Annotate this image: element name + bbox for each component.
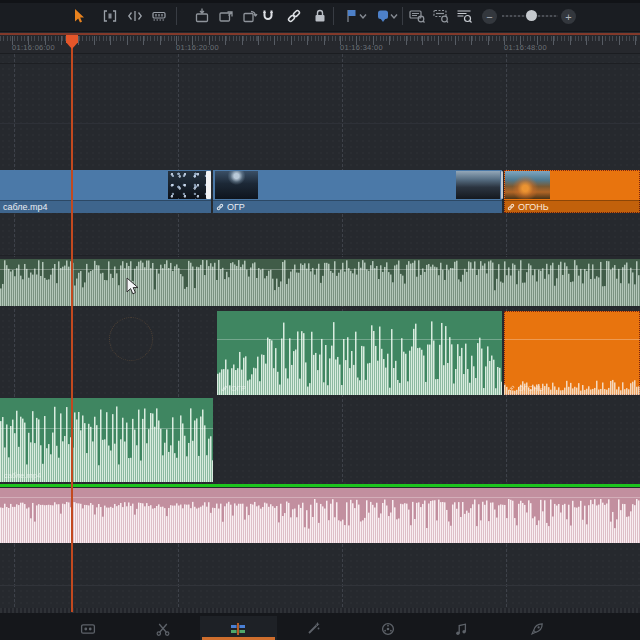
media-page-icon [80, 621, 96, 637]
zoom-detail-icon [432, 7, 450, 25]
page-color-button[interactable] [374, 619, 402, 638]
insert-clip-button[interactable] [190, 4, 214, 28]
page-edit-button[interactable] [224, 619, 252, 638]
flag-dropdown[interactable] [357, 4, 369, 28]
page-deliver-button[interactable] [523, 619, 551, 638]
timeline-view-full-button[interactable] [405, 4, 429, 28]
lock-icon [311, 7, 329, 25]
cut-page-icon [155, 621, 171, 637]
audio-clip-label: ОГР [221, 384, 246, 393]
zoom-in-glyph: + [565, 10, 571, 24]
trim-edit-mode-button[interactable] [98, 4, 122, 28]
clip-name-bar: ОГР [213, 200, 502, 213]
overwrite-clip-icon [217, 7, 235, 25]
chevron-down-icon [389, 11, 399, 21]
page-fairlight-button[interactable] [448, 619, 476, 638]
link-chain-icon [507, 203, 515, 211]
insert-clip-icon [193, 7, 211, 25]
volume-line[interactable] [504, 339, 640, 340]
link-clips-button[interactable] [282, 4, 306, 28]
overwrite-clip-button[interactable] [214, 4, 238, 28]
volume-line[interactable] [0, 497, 640, 498]
clip-name: сабле.mp4 [4, 471, 41, 480]
track-boundary [0, 123, 640, 124]
clip-name: ОГОНЬ [518, 384, 544, 393]
snapping-button[interactable] [256, 4, 280, 28]
page-navigation-bar [0, 616, 640, 640]
audio-clip-a2-ogr[interactable]: ОГР [217, 311, 502, 395]
clip-name: ОГОНЬ [518, 202, 549, 212]
clip-name-bar: сабле.mp4 [0, 200, 211, 213]
clip-thumbnail [215, 171, 258, 199]
timecode-label: 01:16:06:00 [12, 43, 55, 52]
razor-icon [150, 7, 168, 25]
audio-clip-a4-music[interactable] [0, 488, 640, 543]
audio-clip-a2-ogon[interactable]: ОГОНЬ [504, 311, 640, 395]
trim-edit-icon [101, 7, 119, 25]
timecode-label: 01:16:48:00 [504, 43, 547, 52]
fairlight-page-icon [454, 621, 470, 637]
edit-point-handle[interactable] [206, 171, 211, 199]
timeline-view-custom-button[interactable] [452, 4, 476, 28]
track-boundary [0, 255, 640, 256]
link-chain-icon [508, 385, 515, 392]
zoom-custom-icon [455, 7, 473, 25]
color-page-icon [380, 621, 396, 637]
clip-thumbnail [168, 171, 207, 199]
volume-line[interactable] [0, 428, 213, 429]
fusion-page-icon [305, 621, 321, 637]
waveform [0, 259, 640, 306]
dynamic-trim-icon [126, 7, 144, 25]
zoom-out-glyph: − [486, 10, 492, 24]
playhead-line[interactable] [71, 44, 73, 612]
zoom-out-button[interactable]: − [482, 9, 497, 24]
deliver-page-icon [529, 621, 545, 637]
cursor-halo [109, 317, 153, 361]
timeline-view-detail-button[interactable] [429, 4, 453, 28]
audio-level-line[interactable] [0, 484, 640, 487]
clip-thumbnail [456, 171, 500, 199]
position-lock-button[interactable] [308, 4, 332, 28]
waveform [0, 398, 213, 482]
video-clip-sable[interactable]: сабле.mp4 [0, 170, 211, 213]
track-boundary [0, 63, 640, 64]
clip-name: ОГР [227, 202, 245, 212]
audio-clip-label: ОГОНЬ [508, 384, 544, 393]
video-clip-ogr[interactable]: ОГР [213, 170, 502, 213]
link-chain-icon [285, 7, 303, 25]
zoom-full-extent-icon [408, 7, 426, 25]
zoom-slider-handle[interactable] [526, 10, 537, 21]
video-clip-ogon[interactable]: ОГОНЬ [504, 170, 640, 213]
timeline-area[interactable]: сабле.mp4 ОГР ОГОНЬ [0, 54, 640, 616]
page-cut-button[interactable] [149, 619, 177, 638]
volume-line[interactable] [217, 339, 502, 340]
render-cache-indicator [0, 33, 640, 35]
audio-clip-label: сабле.mp4 [4, 471, 41, 480]
toolbar-top-strip [0, 0, 640, 3]
waveform [504, 311, 640, 395]
link-chain-icon [216, 203, 224, 211]
waveform [0, 488, 640, 543]
dynamic-trim-mode-button[interactable] [123, 4, 147, 28]
razor-edit-mode-button[interactable] [147, 4, 171, 28]
waveform [217, 311, 502, 395]
timecode-label: 01:16:20:00 [176, 43, 219, 52]
page-fusion-button[interactable] [299, 619, 327, 638]
edit-point[interactable] [501, 171, 503, 199]
audio-clip-a3-sable[interactable]: сабле.mp4 [0, 398, 213, 482]
chevron-down-icon [358, 11, 368, 21]
selection-mode-button[interactable] [66, 4, 90, 28]
clip-name: ОГР [231, 384, 246, 393]
volume-line[interactable] [0, 269, 640, 270]
davinci-resolve-edit-page: − + 01:16:06:00 01:16:20:00 01:16:34:00 … [0, 0, 640, 640]
zoom-in-button[interactable]: + [561, 9, 576, 24]
audio-clip-a1[interactable] [0, 259, 640, 306]
link-chain-icon [221, 385, 228, 392]
marker-dropdown[interactable] [388, 4, 400, 28]
selection-arrow-icon [69, 7, 87, 25]
page-media-button[interactable] [74, 619, 102, 638]
mouse-cursor [126, 277, 139, 296]
toolbar-divider [176, 7, 177, 25]
timeline-ruler[interactable]: 01:16:06:00 01:16:20:00 01:16:34:00 01:1… [0, 32, 640, 54]
toolbar-divider [402, 7, 403, 25]
